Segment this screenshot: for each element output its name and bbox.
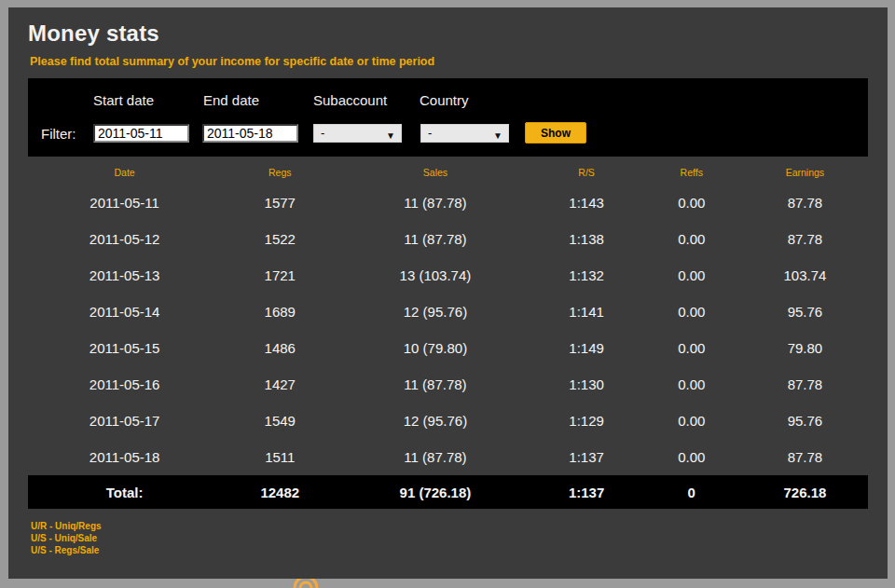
table-cell: 1:132 xyxy=(532,257,641,294)
filter-label: Filter: xyxy=(41,126,76,142)
table-row: 2011-05-16142711 (87.78)1:1300.0087.78 xyxy=(28,366,868,403)
main-panel: Money stats Please find total summary of… xyxy=(8,7,888,579)
table-header-row: Date Regs Sales R/S Reffs Earnings xyxy=(28,160,868,185)
table-row: 2011-05-13172113 (103.74)1:1320.00103.74 xyxy=(28,257,868,294)
legend-line: U/R - Uniq/Regs xyxy=(31,520,102,532)
table-row: 2011-05-17154912 (95.76)1:1290.0095.76 xyxy=(28,403,868,439)
column-header-sales: Sales xyxy=(338,160,531,185)
table-cell: 103.74 xyxy=(742,257,868,294)
chevron-down-icon: ▼ xyxy=(386,128,395,144)
table-cell: 11 (87.78) xyxy=(338,439,531,475)
page-subtitle: Please find total summary of your income… xyxy=(30,55,434,68)
table-cell: 0.00 xyxy=(641,294,742,330)
start-date-input[interactable] xyxy=(93,124,189,143)
total-reffs: 0 xyxy=(641,475,742,509)
subaccount-label: Subaccount xyxy=(313,92,387,108)
table-cell: 87.78 xyxy=(742,185,868,221)
column-header-date: Date xyxy=(28,160,221,185)
table-cell: 12 (95.76) xyxy=(338,294,531,330)
start-date-label: Start date xyxy=(93,92,154,108)
table-cell: 1:130 xyxy=(532,366,641,403)
country-label: Country xyxy=(420,92,469,108)
table-cell: 0.00 xyxy=(641,439,742,475)
table-cell: 1511 xyxy=(221,439,338,475)
subaccount-select-value: - xyxy=(321,126,324,140)
table-cell: 87.78 xyxy=(742,366,868,403)
total-rs: 1:137 xyxy=(532,475,641,509)
table-cell: 12 (95.76) xyxy=(338,403,531,439)
table-cell: 2011-05-13 xyxy=(28,257,221,294)
table-cell: 1:129 xyxy=(532,403,641,439)
table-cell: 0.00 xyxy=(641,185,742,221)
filter-bar: Filter: Start date End date Subaccount C… xyxy=(28,78,868,157)
table-cell: 13 (103.74) xyxy=(338,257,531,294)
table-row: 2011-05-14168912 (95.76)1:1410.0095.76 xyxy=(28,294,868,330)
chevron-down-icon: ▼ xyxy=(493,128,503,144)
show-button[interactable]: Show xyxy=(525,122,586,144)
table-cell: 2011-05-17 xyxy=(28,403,221,439)
table-cell: 79.80 xyxy=(742,330,868,366)
table-cell: 0.00 xyxy=(641,330,742,366)
table-cell: 1:141 xyxy=(532,294,641,330)
table-cell: 11 (87.78) xyxy=(338,366,531,403)
column-header-regs: Regs xyxy=(221,160,338,185)
table-cell: 1486 xyxy=(221,330,338,366)
total-row: Total: 12482 91 (726.18) 1:137 0 726.18 xyxy=(28,475,868,509)
table-cell: 1522 xyxy=(221,221,338,257)
legend-line: U/S - Regs/Sale xyxy=(31,544,102,556)
table-cell: 2011-05-15 xyxy=(28,330,221,366)
table-cell: 0.00 xyxy=(641,366,742,403)
total-earnings: 726.18 xyxy=(742,475,868,509)
country-select[interactable]: - ▼ xyxy=(420,124,509,143)
table-cell: 2011-05-12 xyxy=(28,221,221,257)
table-cell: 2011-05-11 xyxy=(28,185,221,221)
table-cell: 0.00 xyxy=(641,257,742,294)
column-header-earnings: Earnings xyxy=(742,160,868,185)
table-cell: 11 (87.78) xyxy=(338,185,531,221)
table-cell: 1577 xyxy=(221,185,338,221)
table-cell: 11 (87.78) xyxy=(338,221,531,257)
total-sales: 91 (726.18) xyxy=(338,475,531,509)
table-cell: 1549 xyxy=(221,403,338,439)
total-regs: 12482 xyxy=(221,475,338,509)
table-cell: 95.76 xyxy=(742,294,868,330)
page-title: Money stats xyxy=(28,21,159,47)
table-cell: 1721 xyxy=(221,257,338,294)
table-cell: 95.76 xyxy=(742,403,868,439)
table-cell: 1:149 xyxy=(532,330,641,366)
table-cell: 0.00 xyxy=(641,221,742,257)
total-label: Total: xyxy=(28,475,221,509)
table-cell: 1427 xyxy=(221,366,338,403)
table-cell: 87.78 xyxy=(742,221,868,257)
legend: U/R - Uniq/Regs U/S - Uniq/Sale U/S - Re… xyxy=(31,520,102,556)
table-cell: 0.00 xyxy=(641,403,742,439)
legend-line: U/S - Uniq/Sale xyxy=(31,532,102,544)
table-cell: 1:138 xyxy=(532,221,641,257)
stats-table: Date Regs Sales R/S Reffs Earnings 2011-… xyxy=(28,160,868,509)
table-row: 2011-05-15148610 (79.80)1:1490.0079.80 xyxy=(28,330,868,366)
table-cell: 2011-05-18 xyxy=(28,439,221,475)
rss-icon xyxy=(293,579,319,588)
subaccount-select[interactable]: - ▼ xyxy=(313,124,402,143)
end-date-label: End date xyxy=(203,92,259,108)
table-cell: 87.78 xyxy=(742,439,868,475)
end-date-input[interactable] xyxy=(202,124,298,143)
table-cell: 1689 xyxy=(221,294,338,330)
table-row: 2011-05-11157711 (87.78)1:1430.0087.78 xyxy=(28,185,868,221)
table-row: 2011-05-12152211 (87.78)1:1380.0087.78 xyxy=(28,221,868,257)
table-cell: 2011-05-14 xyxy=(28,294,221,330)
table-cell: 2011-05-16 xyxy=(28,366,221,403)
column-header-reffs: Reffs xyxy=(641,160,742,185)
column-header-rs: R/S xyxy=(532,160,641,185)
table-cell: 1:137 xyxy=(532,439,641,475)
table-cell: 1:143 xyxy=(532,185,641,221)
table-cell: 10 (79.80) xyxy=(338,330,531,366)
table-row: 2011-05-18151111 (87.78)1:1370.0087.78 xyxy=(28,439,868,475)
country-select-value: - xyxy=(428,126,432,140)
